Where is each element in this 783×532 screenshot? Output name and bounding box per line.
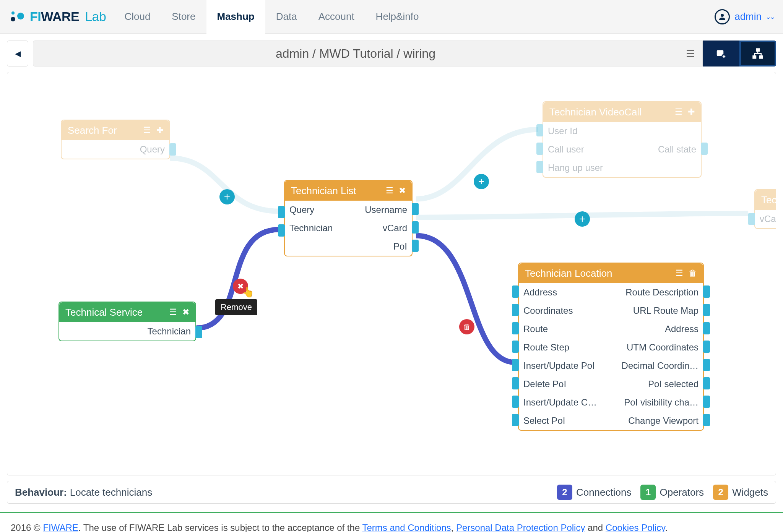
back-button[interactable]: ◀ xyxy=(7,41,28,66)
output-label: Technician xyxy=(127,326,195,337)
tooltip-remove: Remove xyxy=(215,299,257,315)
node-title: Technician VideoCall xyxy=(549,106,642,118)
node-title: Technical Service xyxy=(65,307,143,318)
hamburger-icon[interactable]: ☰ xyxy=(169,307,177,317)
hamburger-icon[interactable]: ☰ xyxy=(676,268,683,278)
input-label: Route xyxy=(519,324,611,334)
footer-link-terms[interactable]: Terms and Conditions xyxy=(362,522,451,532)
node-technical-service[interactable]: Technical Service ☰ ✖ Technician xyxy=(58,302,196,341)
wire-add-button[interactable]: + xyxy=(219,189,235,204)
wire-remove-button[interactable]: ✖ xyxy=(233,279,248,294)
output-label: vCard xyxy=(348,223,412,234)
wire-delete-button[interactable]: 🗑 xyxy=(459,319,474,334)
node-title: Technician List xyxy=(291,185,356,197)
output-label: URL Route Map xyxy=(611,305,703,316)
input-label: Coordinates xyxy=(519,305,611,316)
breadcrumb-title: admin / MWD Tutorial / wiring xyxy=(33,41,678,66)
node-search-for[interactable]: Search For ☰ ✚ Query xyxy=(61,120,170,159)
input-label: Query xyxy=(285,204,348,215)
output-label: Decimal Coordin… xyxy=(611,360,703,371)
node-title: Search For xyxy=(68,125,117,136)
nav-links: Cloud Store Mashup Data Account Help&inf… xyxy=(114,0,429,34)
footer-link-cookies[interactable]: Cookies Policy xyxy=(606,522,665,532)
nav-help[interactable]: Help&info xyxy=(365,0,430,34)
close-icon[interactable]: ✖ xyxy=(399,186,406,196)
output-label: UTM Coordinates xyxy=(611,342,703,353)
wiring-canvas[interactable]: Search For ☰ ✚ Query Technician List ☰ ✖… xyxy=(7,72,776,475)
footer-prefix: 2016 © xyxy=(11,522,43,532)
input-label: Select PoI xyxy=(519,415,611,426)
widgets-count: 2 xyxy=(713,485,728,500)
svg-point-3 xyxy=(721,14,724,17)
input-label: Insert/Update PoI xyxy=(519,360,611,371)
input-label: Delete PoI xyxy=(519,379,611,389)
nav-account[interactable]: Account xyxy=(308,0,365,34)
footer-sep2: and xyxy=(585,522,605,532)
footer-end: . xyxy=(665,522,668,532)
connections-count: 2 xyxy=(557,485,572,500)
hamburger-icon[interactable]: ☰ xyxy=(675,107,682,117)
output-label: Route Description xyxy=(611,287,703,298)
close-icon[interactable]: ✖ xyxy=(182,307,189,317)
wire-add-button[interactable]: + xyxy=(474,174,489,189)
node-title: Tech xyxy=(761,194,776,206)
hamburger-icon[interactable]: ☰ xyxy=(386,186,393,196)
node-tech-partial[interactable]: Tech vCard xyxy=(754,189,776,229)
output-label: Query xyxy=(115,144,169,155)
svg-rect-6 xyxy=(756,49,759,51)
toolbar-mode-group xyxy=(703,41,776,66)
hamburger-icon[interactable]: ☰ xyxy=(143,125,151,135)
input-label: Insert/Update C… xyxy=(519,397,611,408)
svg-point-0 xyxy=(11,11,15,15)
plus-icon[interactable]: ✚ xyxy=(688,107,695,117)
logo-dots-icon xyxy=(9,8,26,26)
node-title: Technician Location xyxy=(525,268,612,279)
page-footer: 2016 © FIWARE. The use of FIWARE Lab ser… xyxy=(0,512,783,532)
add-component-button[interactable] xyxy=(703,41,739,66)
footer-sep1: , xyxy=(451,522,456,532)
input-label: Call user xyxy=(543,144,622,155)
input-label: User Id xyxy=(543,126,622,136)
operators-label: Operators xyxy=(660,487,704,498)
input-label: Address xyxy=(519,287,611,298)
user-menu[interactable]: admin ⌄⌄ xyxy=(715,9,774,24)
footer-link-privacy[interactable]: Personal Data Protection Policy xyxy=(456,522,585,532)
logo-text: FIWARE Lab xyxy=(30,9,106,24)
node-technician-list[interactable]: Technician List ☰ ✖ QueryUsername Techni… xyxy=(284,180,413,256)
plus-icon[interactable]: ✚ xyxy=(156,125,163,135)
page-toolbar: ◀ admin / MWD Tutorial / wiring ☰ xyxy=(7,41,776,66)
behaviour-value: Locate technicians xyxy=(70,487,152,498)
output-label: PoI selected xyxy=(611,379,703,389)
user-name: admin xyxy=(734,11,762,23)
widgets-label: Widgets xyxy=(732,487,768,498)
user-avatar-icon xyxy=(715,9,730,24)
chevron-down-icon: ⌄⌄ xyxy=(765,13,774,21)
svg-rect-7 xyxy=(753,56,756,58)
nav-cloud[interactable]: Cloud xyxy=(114,0,161,34)
trash-icon[interactable]: 🗑 xyxy=(689,268,697,278)
output-label: Change Viewport xyxy=(611,415,703,426)
node-technician-videocall[interactable]: Technician VideoCall ☰ ✚ User Id Call us… xyxy=(543,101,702,178)
output-label: Call state xyxy=(622,144,701,155)
input-label: Hang up user xyxy=(543,162,622,173)
output-label: PoI xyxy=(348,241,412,252)
footer-link-fiware[interactable]: FIWARE xyxy=(43,522,78,532)
toolbar-menu-button[interactable]: ☰ xyxy=(678,41,703,66)
top-navbar: FIWARE Lab Cloud Store Mashup Data Accou… xyxy=(0,0,783,34)
behaviour-label: Behaviour: xyxy=(15,487,67,498)
svg-point-1 xyxy=(11,17,15,21)
nav-data[interactable]: Data xyxy=(265,0,308,34)
nav-store[interactable]: Store xyxy=(161,0,206,34)
status-bar: Behaviour: Locate technicians 2 Connecti… xyxy=(7,481,776,504)
output-label: PoI visibility cha… xyxy=(611,397,703,408)
nav-mashup[interactable]: Mashup xyxy=(206,0,265,34)
footer-mid: . The use of FIWARE Lab services is subj… xyxy=(78,522,362,532)
output-label: Username xyxy=(348,204,412,215)
node-technician-location[interactable]: Technician Location ☰ 🗑 AddressRoute Des… xyxy=(518,263,704,431)
wire-add-button[interactable]: + xyxy=(575,211,590,227)
svg-point-2 xyxy=(17,13,24,19)
connections-label: Connections xyxy=(576,487,632,498)
wiring-view-button[interactable] xyxy=(739,41,776,66)
input-label: Route Step xyxy=(519,342,611,353)
input-label: vCard xyxy=(755,214,776,224)
